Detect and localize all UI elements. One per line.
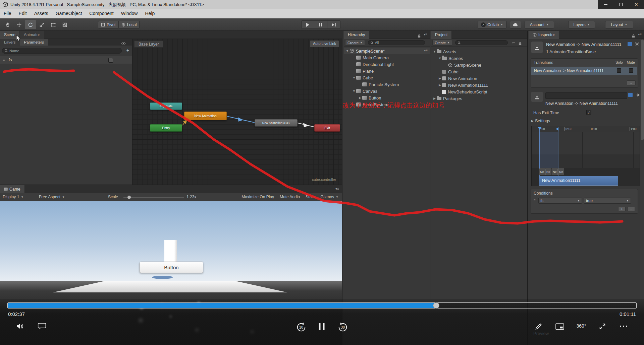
video-progress-bar[interactable] (7, 302, 637, 308)
mute-checkbox[interactable] (629, 68, 633, 73)
aspect-dropdown[interactable]: Free Aspect▼ (39, 195, 65, 199)
expander-icon[interactable]: ▼ (352, 76, 356, 79)
project-row[interactable]: ▶New Animation (431, 75, 527, 82)
tab-inspector[interactable]: Inspector (529, 31, 559, 39)
expander-icon[interactable]: ▼ (352, 89, 356, 93)
project-row[interactable]: ▶Packages (431, 95, 527, 102)
project-row[interactable]: Cube (431, 68, 527, 75)
pivot-button[interactable]: Pivot (98, 21, 119, 28)
hierarchy-row[interactable]: Plane (344, 68, 430, 74)
node-any-state[interactable]: Any State (150, 102, 182, 110)
panel-menu-icon[interactable]: ▾≡ (335, 187, 339, 191)
scrollbar-thumb[interactable] (641, 40, 644, 140)
stats-button[interactable]: Stats (306, 195, 315, 199)
project-row[interactable]: SampleScene (431, 62, 527, 68)
solo-checkbox[interactable] (617, 68, 621, 73)
project-row[interactable]: ▼Scenes (431, 55, 527, 62)
hierarchy-row[interactable]: ▼Canvas (344, 88, 430, 94)
scale-tool-button[interactable] (36, 20, 48, 29)
fullscreen-button[interactable] (599, 323, 606, 330)
hierarchy-row[interactable]: Main Camera (344, 54, 430, 61)
expander-icon[interactable]: ▶ (358, 96, 362, 99)
display-dropdown[interactable]: Display 1▼ (3, 195, 23, 199)
project-row[interactable]: ▼Assets (431, 48, 527, 55)
expander-icon[interactable]: ▼ (438, 57, 442, 60)
condition-value-dropdown[interactable]: true▼ (584, 198, 631, 204)
remove-transition-button[interactable]: − (627, 80, 636, 85)
expander-icon[interactable]: ▶ (432, 97, 437, 100)
scale-slider[interactable] (123, 197, 184, 198)
create-button[interactable]: Create▼ (432, 40, 452, 46)
rect-tool-button[interactable] (48, 20, 59, 29)
add-condition-button[interactable]: + (618, 207, 626, 211)
menu-window[interactable]: Window (117, 9, 142, 18)
edit-button[interactable] (535, 323, 543, 330)
pause-button[interactable] (314, 20, 327, 29)
lock-icon[interactable] (518, 41, 522, 47)
view-360-button[interactable]: 360° (577, 323, 586, 329)
minimize-button[interactable] (598, 0, 613, 9)
hand-tool-button[interactable] (2, 20, 13, 29)
ui-button[interactable]: Button (140, 262, 203, 273)
subtitles-button[interactable] (38, 323, 46, 330)
expander-icon[interactable]: ▼ (432, 50, 437, 53)
hierarchy-row[interactable]: ▼Cube (344, 74, 430, 81)
volume-button[interactable] (16, 323, 25, 330)
tab-parameters[interactable]: Parameters (20, 39, 48, 46)
clip-block[interactable]: Ne (545, 168, 551, 175)
animator-graph[interactable]: Base Layer Auto Live Link Any State New … (132, 39, 342, 185)
transform-tool-button[interactable] (59, 20, 70, 29)
more-button[interactable] (619, 325, 628, 327)
transition-name-field[interactable] (545, 92, 627, 99)
column-settings-icon[interactable]: ≔ (512, 41, 515, 45)
remove-condition-button[interactable]: − (628, 207, 635, 211)
forward-30-button[interactable]: 30 (337, 322, 348, 333)
menu-help[interactable]: Help (141, 9, 158, 18)
move-tool-button[interactable] (13, 20, 25, 29)
tab-project[interactable]: Project (431, 31, 452, 39)
tab-hierarchy[interactable]: Hierarchy (344, 31, 369, 39)
project-row[interactable]: ▶New Animation11111 (431, 82, 527, 88)
gear-icon[interactable] (635, 42, 639, 48)
lock-icon[interactable] (632, 33, 635, 39)
scene-menu-icon[interactable]: ▾≡ (424, 49, 428, 52)
scale-slider-knob[interactable] (127, 196, 131, 199)
tab-game[interactable]: Game (0, 185, 25, 193)
collab-button[interactable]: ✓ Collab ▼ (478, 21, 506, 28)
playhead-marker-icon[interactable] (538, 127, 542, 130)
menu-edit[interactable]: Edit (15, 9, 31, 18)
menu-gameobject[interactable]: GameObject (52, 9, 86, 18)
cloud-button[interactable] (510, 21, 521, 28)
mute-audio-button[interactable]: Mute Audio (280, 195, 300, 199)
gear-icon[interactable] (636, 92, 640, 98)
menu-file[interactable]: File (0, 9, 15, 18)
clip-bar[interactable]: New Animation11111 (539, 176, 618, 186)
video-pause-button[interactable] (319, 323, 325, 330)
parameter-search-input[interactable]: Name (2, 48, 122, 54)
node-exit[interactable]: Exit (314, 124, 340, 132)
parameter-row[interactable]: ≡ fs (0, 56, 132, 64)
settings-foldout[interactable]: ▶Settings (531, 119, 550, 123)
hierarchy-row[interactable]: Particle System (344, 81, 430, 88)
rewind-10-button[interactable]: 10 (296, 322, 307, 333)
account-button[interactable]: Account▼ (525, 21, 554, 28)
step-button[interactable] (327, 20, 340, 29)
node-new-animation[interactable]: New Animation (184, 112, 227, 120)
clip-block[interactable]: Ne (539, 168, 545, 175)
panel-menu-icon[interactable]: ▾≡ (638, 32, 642, 36)
local-button[interactable]: Local (119, 21, 140, 28)
scene-row[interactable]: ▼ SampleScene* ▾≡ (344, 48, 430, 54)
layout-button[interactable]: Layout▼ (605, 21, 633, 28)
project-search-input[interactable] (455, 40, 508, 45)
hierarchy-row[interactable]: ▶Button (344, 94, 430, 101)
video-progress-thumb[interactable] (433, 302, 439, 309)
asset-icon[interactable] (628, 42, 632, 46)
expander-icon[interactable]: ▶ (438, 83, 442, 87)
hierarchy-search-input[interactable]: All (368, 40, 425, 45)
expander-icon[interactable]: ▶ (438, 77, 442, 80)
menu-assets[interactable]: Assets (31, 9, 52, 18)
panel-menu-icon[interactable]: ▾≡ (424, 32, 427, 36)
node-new-animation11111[interactable]: New Animation11111 (255, 119, 298, 127)
maximize-button[interactable] (613, 0, 629, 9)
layers-button[interactable]: Layers▼ (568, 21, 595, 28)
